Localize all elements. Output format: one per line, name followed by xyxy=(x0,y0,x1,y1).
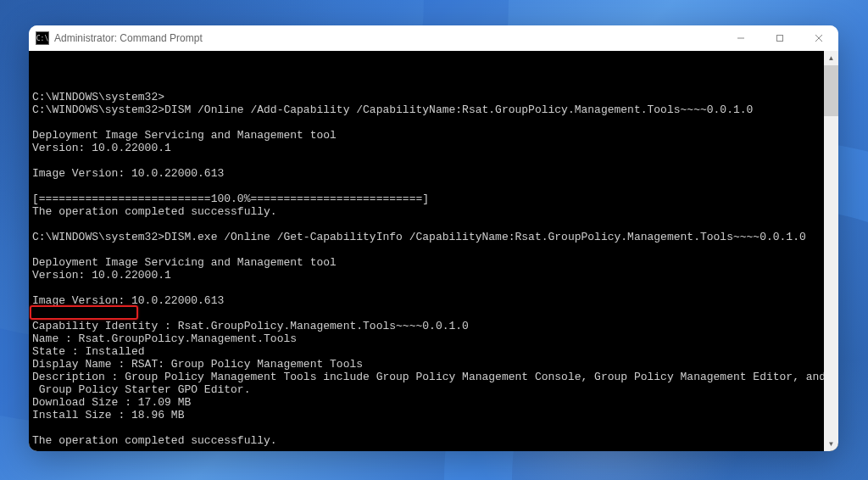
cmd-icon: C:\ xyxy=(36,31,49,45)
console-line: The operation completed successfully. xyxy=(32,434,835,447)
window-controls xyxy=(721,25,838,51)
console-line: Deployment Image Servicing and Managemen… xyxy=(32,256,835,269)
console-line: Install Size : 18.96 MB xyxy=(32,409,835,421)
cmd-icon-label: C:\ xyxy=(36,35,48,42)
console-line: Version: 10.0.22000.1 xyxy=(32,269,835,282)
console-line xyxy=(32,154,835,167)
console-line: Version: 10.0.22000.1 xyxy=(32,142,835,154)
console-line: C:\WINDOWS\system32>DISM.exe /Online /Ge… xyxy=(32,231,835,243)
console-line: Image Version: 10.0.22000.613 xyxy=(32,294,835,307)
console-line: C:\WINDOWS\system32> xyxy=(32,91,835,103)
command-prompt-window: C:\ Administrator: Command Prompt C:\WIN… xyxy=(29,25,838,451)
console-line xyxy=(32,307,835,320)
maximize-icon xyxy=(776,34,784,42)
vertical-scrollbar[interactable]: ▲ ▼ xyxy=(824,51,838,451)
console-output[interactable]: C:\WINDOWS\system32>C:\WINDOWS\system32>… xyxy=(29,51,838,451)
console-line xyxy=(32,282,835,294)
console-line xyxy=(32,180,835,193)
console-line xyxy=(32,218,835,231)
console-line: Download Size : 17.09 MB xyxy=(32,396,835,409)
console-line xyxy=(32,243,835,256)
minimize-icon xyxy=(737,34,745,42)
console-line: Group Policy Starter GPO Editor. xyxy=(32,383,835,396)
svg-rect-1 xyxy=(777,36,783,42)
console-line: Name : Rsat.GroupPolicy.Management.Tools xyxy=(32,332,835,345)
console-line: Display Name : RSAT: Group Policy Manage… xyxy=(32,358,835,371)
console-line xyxy=(32,447,835,451)
maximize-button[interactable] xyxy=(760,25,799,51)
console-line: Capability Identity : Rsat.GroupPolicy.M… xyxy=(32,320,835,332)
console-line: Image Version: 10.0.22000.613 xyxy=(32,167,835,180)
console-line: Description : Group Policy Management To… xyxy=(32,371,835,383)
console-line: The operation completed successfully. xyxy=(32,205,835,218)
titlebar[interactable]: C:\ Administrator: Command Prompt xyxy=(29,25,838,51)
console-line xyxy=(32,116,835,129)
console-line: [==========================100.0%=======… xyxy=(32,193,835,205)
close-button[interactable] xyxy=(799,25,838,51)
console-line xyxy=(32,421,835,434)
window-title: Administrator: Command Prompt xyxy=(54,32,203,44)
close-icon xyxy=(815,34,823,42)
console-line: Deployment Image Servicing and Managemen… xyxy=(32,129,835,142)
scroll-up-arrow[interactable]: ▲ xyxy=(824,51,838,65)
console-line: State : Installed xyxy=(32,345,835,358)
minimize-button[interactable] xyxy=(721,25,760,51)
scrollbar-thumb[interactable] xyxy=(824,65,838,116)
console-line: C:\WINDOWS\system32>DISM /Online /Add-Ca… xyxy=(32,103,835,116)
